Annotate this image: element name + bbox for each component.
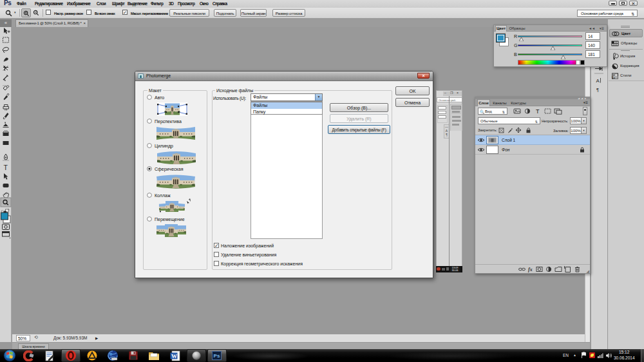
svg-text:Коллаж: Коллаж [155,193,171,198]
svg-text:Цилиндр: Цилиндр [155,144,173,149]
svg-text:fx: fx [612,75,616,79]
svg-text:¶: ¶ [596,87,599,93]
svg-text:Авто: Авто [155,95,164,100]
svg-text:A: A [596,78,600,84]
svg-text:Перемещение: Перемещение [155,217,185,222]
svg-text:Перспектива: Перспектива [155,119,182,124]
svg-text:W: W [171,353,177,359]
svg-text:fx: fx [528,267,533,272]
svg-text:T: T [4,164,8,171]
svg-text:T: T [536,108,540,115]
svg-text:Сферическая: Сферическая [155,167,184,172]
